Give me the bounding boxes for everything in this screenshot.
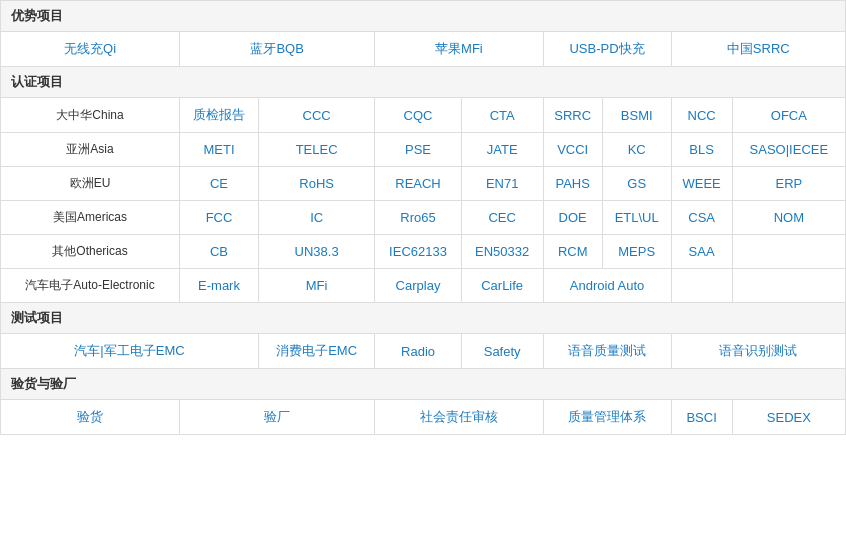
cert-eu-1[interactable]: CE (180, 167, 259, 201)
cert-china-5[interactable]: SRRC (543, 98, 602, 133)
cert-other-empty (732, 235, 845, 269)
testing-section-title: 测试项目 (1, 303, 846, 334)
cert-eu-6[interactable]: GS (602, 167, 671, 201)
cert-americas-7[interactable]: CSA (671, 201, 732, 235)
cert-china-7[interactable]: NCC (671, 98, 732, 133)
cert-auto-empty1 (671, 269, 732, 303)
cert-americas-1[interactable]: FCC (180, 201, 259, 235)
cert-auto-2[interactable]: MFi (258, 269, 374, 303)
row-label-asia: 亚洲Asia (1, 133, 180, 167)
advantage-cell-1[interactable]: 无线充Qi (1, 32, 180, 67)
cert-china-1[interactable]: 质检报告 (180, 98, 259, 133)
cert-asia-1[interactable]: METI (180, 133, 259, 167)
cert-asia-6[interactable]: KC (602, 133, 671, 167)
inspect-cell-1[interactable]: 验货 (1, 400, 180, 435)
inspection-section-title: 验货与验厂 (1, 369, 846, 400)
row-label-eu: 欧洲EU (1, 167, 180, 201)
cert-eu-5[interactable]: PAHS (543, 167, 602, 201)
cert-auto-4[interactable]: CarLife (461, 269, 543, 303)
cert-auto-3[interactable]: Carplay (375, 269, 461, 303)
cert-americas-6[interactable]: ETL\UL (602, 201, 671, 235)
cert-americas-4[interactable]: CEC (461, 201, 543, 235)
cert-other-2[interactable]: UN38.3 (258, 235, 374, 269)
cert-auto-5[interactable]: Android Auto (543, 269, 671, 303)
cert-eu-7[interactable]: WEEE (671, 167, 732, 201)
cert-americas-3[interactable]: Rro65 (375, 201, 461, 235)
cert-eu-3[interactable]: REACH (375, 167, 461, 201)
cert-other-5[interactable]: RCM (543, 235, 602, 269)
certification-section-title: 认证项目 (1, 67, 846, 98)
cert-asia-8[interactable]: SASO|IECEE (732, 133, 845, 167)
cert-eu-4[interactable]: EN71 (461, 167, 543, 201)
cert-americas-8[interactable]: NOM (732, 201, 845, 235)
advantage-section-title: 优势项目 (1, 1, 846, 32)
cert-auto-1[interactable]: E-mark (180, 269, 259, 303)
main-table: 优势项目 无线充Qi 蓝牙BQB 苹果MFi USB-PD快充 中国SRRC 认… (0, 0, 846, 435)
test-cell-4[interactable]: Safety (461, 334, 543, 369)
cert-asia-7[interactable]: BLS (671, 133, 732, 167)
cert-other-6[interactable]: MEPS (602, 235, 671, 269)
advantage-cell-3[interactable]: 苹果MFi (375, 32, 543, 67)
cert-other-7[interactable]: SAA (671, 235, 732, 269)
cert-americas-2[interactable]: IC (258, 201, 374, 235)
cert-china-8[interactable]: OFCA (732, 98, 845, 133)
advantage-cell-2[interactable]: 蓝牙BQB (180, 32, 375, 67)
cert-asia-4[interactable]: JATE (461, 133, 543, 167)
inspect-cell-6[interactable]: SEDEX (732, 400, 845, 435)
cert-asia-2[interactable]: TELEC (258, 133, 374, 167)
cert-other-1[interactable]: CB (180, 235, 259, 269)
row-label-americas: 美国Americas (1, 201, 180, 235)
test-cell-3[interactable]: Radio (375, 334, 461, 369)
inspect-cell-5[interactable]: BSCI (671, 400, 732, 435)
cert-other-3[interactable]: IEC62133 (375, 235, 461, 269)
test-cell-5[interactable]: 语音质量测试 (543, 334, 671, 369)
test-cell-6[interactable]: 语音识别测试 (671, 334, 845, 369)
inspect-cell-3[interactable]: 社会责任审核 (375, 400, 543, 435)
inspect-cell-4[interactable]: 质量管理体系 (543, 400, 671, 435)
cert-china-3[interactable]: CQC (375, 98, 461, 133)
cert-eu-2[interactable]: RoHS (258, 167, 374, 201)
row-label-other: 其他Othericas (1, 235, 180, 269)
advantage-cell-4[interactable]: USB-PD快充 (543, 32, 671, 67)
cert-china-4[interactable]: CTA (461, 98, 543, 133)
test-cell-1[interactable]: 汽车|军工电子EMC (1, 334, 259, 369)
cert-eu-8[interactable]: ERP (732, 167, 845, 201)
test-cell-2[interactable]: 消费电子EMC (258, 334, 374, 369)
cert-auto-empty2 (732, 269, 845, 303)
cert-china-2[interactable]: CCC (258, 98, 374, 133)
cert-asia-5[interactable]: VCCI (543, 133, 602, 167)
row-label-china: 大中华China (1, 98, 180, 133)
cert-asia-3[interactable]: PSE (375, 133, 461, 167)
row-label-auto: 汽车电子Auto-Electronic (1, 269, 180, 303)
cert-china-6[interactable]: BSMI (602, 98, 671, 133)
inspect-cell-2[interactable]: 验厂 (180, 400, 375, 435)
cert-americas-5[interactable]: DOE (543, 201, 602, 235)
advantage-cell-5[interactable]: 中国SRRC (671, 32, 845, 67)
cert-other-4[interactable]: EN50332 (461, 235, 543, 269)
